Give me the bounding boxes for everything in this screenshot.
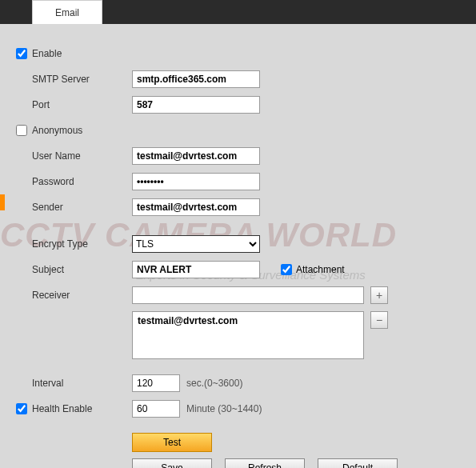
health-input[interactable] (132, 400, 180, 418)
add-receiver-button[interactable]: + (370, 286, 388, 304)
email-settings-form: CCTV CAMERA WORLD Experts in Security & … (0, 24, 476, 468)
enable-label: Enable (32, 48, 132, 59)
receiver-list[interactable]: testmail@dvrtest.com (132, 311, 364, 359)
encrypt-select[interactable]: TLS (132, 235, 260, 253)
sender-label: Sender (32, 202, 132, 213)
remove-receiver-button[interactable]: − (370, 311, 388, 329)
smtp-input[interactable] (132, 70, 260, 88)
password-label: Password (32, 176, 132, 187)
header-bar: Email (0, 0, 476, 24)
attachment-checkbox[interactable] (281, 264, 292, 275)
smtp-label: SMTP Server (32, 74, 132, 85)
sender-input[interactable] (132, 198, 260, 216)
port-input[interactable] (132, 96, 260, 114)
attachment-label: Attachment (296, 264, 345, 275)
username-input[interactable] (132, 147, 260, 165)
interval-hint: sec.(0~3600) (186, 378, 242, 389)
subject-label: Subject (32, 264, 132, 275)
health-label: Health Enable (32, 403, 132, 414)
health-checkbox[interactable] (16, 403, 27, 414)
encrypt-label: Encrypt Type (32, 238, 132, 250)
username-label: User Name (32, 150, 132, 162)
health-hint: Minute (30~1440) (186, 403, 262, 414)
port-label: Port (32, 99, 132, 110)
refresh-button[interactable]: Refresh (225, 458, 305, 468)
password-input[interactable] (132, 173, 260, 190)
interval-label: Interval (32, 378, 132, 389)
anonymous-checkbox[interactable] (16, 125, 27, 136)
test-button[interactable]: Test (132, 433, 212, 452)
anonymous-label: Anonymous (32, 125, 132, 136)
save-button[interactable]: Save (132, 458, 212, 468)
accent-stripe (0, 194, 5, 210)
default-button[interactable]: Default (318, 458, 398, 468)
receiver-label: Receiver (32, 290, 132, 301)
enable-checkbox[interactable] (16, 48, 27, 59)
interval-input[interactable] (132, 374, 180, 392)
tab-email[interactable]: Email (32, 0, 102, 24)
receiver-input[interactable] (132, 286, 364, 304)
subject-input[interactable] (132, 261, 260, 278)
